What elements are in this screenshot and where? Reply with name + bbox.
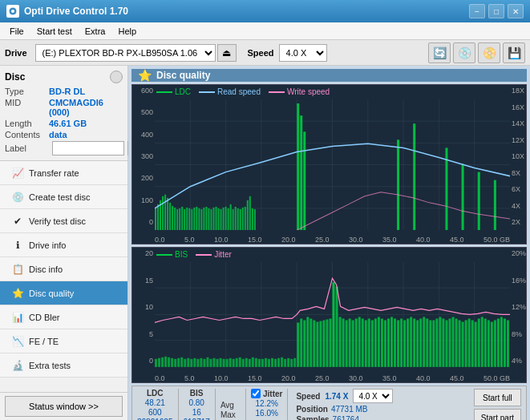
svg-rect-51 [237, 208, 239, 230]
svg-rect-124 [293, 358, 296, 367]
svg-rect-140 [346, 320, 348, 366]
svg-rect-136 [333, 282, 335, 367]
svg-rect-125 [297, 323, 299, 367]
top-chart-y-right: 18X 16X 14X 12X 10X 8X 6X 4X 2X [510, 85, 526, 228]
svg-rect-34 [196, 207, 197, 230]
ldc-legend: LDC [156, 87, 191, 96]
sidebar-item-verify-test-disc[interactable]: ✔ Verify test disc [0, 209, 127, 233]
contents-label: Contents [5, 130, 49, 139]
svg-rect-130 [313, 320, 315, 366]
svg-rect-143 [355, 318, 358, 366]
svg-rect-38 [205, 207, 207, 230]
disc2-icon[interactable]: 📀 [478, 42, 500, 63]
svg-rect-90 [184, 359, 186, 367]
bottom-chart-legend: BIS Jitter [156, 250, 232, 259]
svg-rect-97 [206, 357, 208, 367]
svg-rect-89 [180, 357, 183, 367]
content-area: ⭐ Disc quality LDC Read speed Write spee… [128, 66, 530, 420]
close-button[interactable]: ✕ [508, 4, 524, 18]
panel-title: Disc quality [156, 70, 210, 81]
samples-row: Samples 761764 [296, 415, 393, 420]
contents-value: data [49, 130, 67, 139]
speed-stat-select[interactable]: 4.0 X 2.0 X [353, 389, 393, 403]
speed-label: Speed [248, 48, 274, 58]
jitter-checkbox[interactable] [251, 389, 261, 398]
svg-rect-106 [236, 358, 238, 367]
svg-rect-87 [174, 359, 176, 367]
drive-select[interactable]: (E:) PLEXTOR BD-R PX-LB950SA 1.06 [35, 44, 216, 62]
menu-help[interactable]: Help [111, 25, 143, 38]
sidebar-item-cd-bler[interactable]: 📊 CD Bler [0, 305, 127, 329]
sidebar-item-disc-quality[interactable]: ⭐ Disc quality [0, 281, 127, 305]
menu-file[interactable]: File [3, 25, 30, 38]
svg-rect-111 [252, 357, 254, 367]
bis-stats: BIS 0.80 16 610717 [184, 389, 210, 420]
svg-rect-94 [196, 359, 199, 367]
svg-rect-120 [281, 357, 283, 367]
label-input[interactable] [52, 141, 124, 155]
sidebar-item-create-test-disc[interactable]: 💿 Create test disc [0, 185, 127, 209]
svg-rect-49 [233, 209, 234, 230]
svg-rect-17 [155, 208, 156, 230]
svg-rect-91 [187, 358, 189, 367]
svg-rect-137 [336, 286, 338, 367]
svg-rect-178 [468, 318, 471, 366]
eject-button[interactable]: ⏏ [217, 44, 237, 62]
svg-rect-145 [362, 318, 364, 366]
sidebar-item-drive-info[interactable]: ℹ Drive info [0, 233, 127, 257]
svg-rect-101 [220, 358, 222, 367]
mid-value: CMCMAGDI6 (000) [49, 98, 123, 117]
svg-rect-46 [225, 207, 227, 230]
panel-icon: ⭐ [138, 69, 152, 82]
panel-header: ⭐ Disc quality [131, 69, 527, 82]
svg-rect-150 [378, 317, 380, 366]
svg-rect-47 [228, 208, 229, 230]
svg-rect-166 [429, 320, 431, 366]
menu-extra[interactable]: Extra [79, 25, 112, 38]
svg-rect-164 [423, 317, 425, 366]
svg-rect-18 [157, 204, 159, 230]
svg-rect-153 [387, 318, 390, 366]
fe-te-icon: 📉 [11, 335, 24, 348]
drive-label: Drive [5, 48, 27, 58]
svg-rect-99 [212, 358, 215, 367]
svg-rect-57 [252, 208, 253, 230]
status-window-button[interactable]: Status window >> [5, 396, 123, 417]
svg-rect-98 [209, 359, 212, 367]
max-row-label: Max [220, 410, 237, 419]
svg-rect-135 [329, 318, 331, 366]
type-value: BD-R DL [49, 87, 85, 96]
start-full-button[interactable]: Start full [474, 389, 521, 406]
bottom-chart-y-right: 20% 16% 12% 8% 4% [510, 248, 526, 366]
sidebar-item-transfer-rate[interactable]: 📈 Transfer rate [0, 161, 127, 185]
top-chart-x-axis: 0.0 5.0 10.0 15.0 20.0 25.0 30.0 35.0 40… [155, 236, 510, 244]
svg-rect-32 [191, 209, 192, 230]
svg-rect-35 [198, 208, 200, 230]
status-btn-wrap: Status window >> [0, 392, 127, 420]
disc-quality-label: Disc quality [29, 289, 74, 298]
refresh-icon[interactable]: 🔄 [428, 42, 451, 63]
jitter-header: Jitter [263, 390, 282, 398]
svg-rect-40 [210, 209, 212, 230]
svg-rect-28 [181, 207, 183, 230]
svg-rect-61 [303, 131, 305, 230]
svg-rect-86 [171, 358, 173, 367]
minimize-button[interactable]: − [469, 4, 485, 18]
cd-bler-icon: 📊 [11, 311, 24, 324]
disc-title: Disc [5, 71, 25, 83]
svg-rect-27 [179, 208, 180, 230]
sidebar-item-fe-te[interactable]: 📉 FE / TE [0, 329, 127, 353]
disc-icon[interactable]: 💿 [453, 42, 475, 63]
speed-select[interactable]: 4.0 X 2.0 X 1.0 X [279, 44, 327, 62]
svg-rect-103 [226, 359, 229, 367]
menu-start-test[interactable]: Start test [30, 25, 79, 38]
bis-header: BIS [184, 389, 210, 398]
svg-rect-62 [397, 139, 399, 230]
start-part-button[interactable]: Start part [474, 409, 521, 420]
drive-bar: Drive (E:) PLEXTOR BD-R PX-LB950SA 1.06 … [0, 40, 530, 66]
maximize-button[interactable]: □ [488, 4, 504, 18]
svg-rect-183 [484, 318, 487, 366]
sidebar-item-extra-tests[interactable]: 🔬 Extra tests [0, 353, 127, 378]
sidebar-item-disc-info[interactable]: 📋 Disc info [0, 257, 127, 281]
save-icon[interactable]: 💾 [503, 42, 525, 63]
